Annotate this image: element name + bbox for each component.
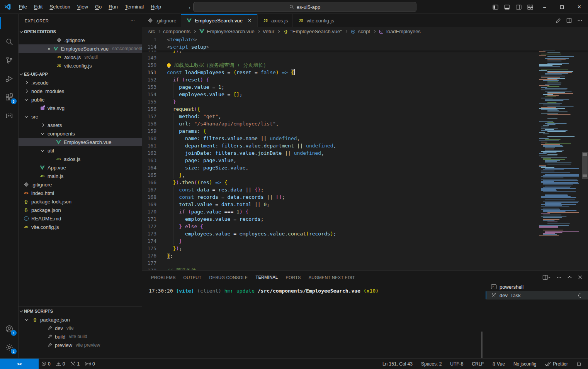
maximize-button[interactable]: [553, 0, 571, 14]
minimap[interactable]: [538, 36, 581, 270]
activity-settings[interactable]: 1: [0, 338, 19, 357]
menu-help[interactable]: Help: [147, 2, 165, 12]
tab-EmployeeSearch.vue[interactable]: EmployeeSearch.vue×: [181, 14, 258, 27]
terminal-powershell[interactable]: >_powershell: [486, 283, 588, 291]
activity-explorer[interactable]: [0, 14, 19, 32]
open-editors-header[interactable]: OPEN EDITORS: [19, 27, 142, 36]
npm-script-preview[interactable]: previewvite preview: [19, 341, 142, 349]
breadcrumb-loadEmployees[interactable]: loadEmployees: [378, 29, 421, 34]
tree-item-.vscode[interactable]: .vscode: [19, 78, 142, 87]
tree-item-vite.config.js[interactable]: JSvite.config.js: [19, 223, 142, 231]
tab-axios.js[interactable]: JSaxios.js: [258, 14, 293, 27]
panel-tab-problems[interactable]: PROBLEMS: [149, 273, 178, 282]
tree-item-axios.js[interactable]: JSaxios.js: [19, 155, 142, 163]
status-error[interactable]: 0: [39, 360, 53, 368]
tree-item-App.vue[interactable]: App.vue: [19, 163, 142, 172]
pencil-icon[interactable]: [556, 18, 561, 23]
open-editor-axios.js[interactable]: JSaxios.jssrc\util: [19, 53, 142, 61]
breadcrumb-src[interactable]: src: [148, 29, 155, 34]
panel-tab-debug-console[interactable]: DEBUG CONSOLE: [207, 273, 250, 282]
remote-indicator[interactable]: ><: [0, 359, 39, 369]
code-editor[interactable]: 1<template>114<script setup> 148 }); 149…: [142, 36, 588, 270]
status-ln-151-col-43[interactable]: Ln 151, Col 43: [380, 360, 415, 368]
tree-item-components[interactable]: components: [19, 129, 142, 138]
tree-item-.gitignore[interactable]: .gitignore: [19, 180, 142, 189]
split-terminal-icon[interactable]: [542, 275, 551, 280]
panel-tab-augment-next-edit[interactable]: AUGMENT NEXT EDIT: [306, 273, 357, 282]
open-editor-.gitignore[interactable]: .gitignore: [19, 36, 142, 44]
activity-run-debug[interactable]: [0, 69, 19, 88]
breadcrumb-Vetur[interactable]: Vetur: [263, 29, 274, 34]
menu-terminal[interactable]: Terminal: [121, 2, 147, 12]
status-vue[interactable]: {}Vue: [490, 360, 508, 368]
menu-selection[interactable]: Selection: [46, 2, 73, 12]
tree-item-package.json[interactable]: {}package.json: [19, 206, 142, 214]
command-center-search[interactable]: es-ui5-app: [193, 2, 416, 12]
menu-file[interactable]: File: [15, 2, 31, 12]
layout-panel-icon[interactable]: [501, 2, 513, 12]
status-utf-8[interactable]: UTF-8: [447, 360, 466, 368]
layout-sidebar-left-icon[interactable]: [489, 2, 501, 12]
open-editor-EmployeeSearch.vue[interactable]: ×EmployeeSearch.vuesrc\components: [19, 44, 142, 53]
panel-close-icon[interactable]: [578, 275, 583, 280]
menu-go[interactable]: Go: [92, 2, 105, 12]
minimize-button[interactable]: –: [536, 0, 553, 14]
tree-item-assets[interactable]: assets: [19, 121, 142, 129]
breadcrumb-script[interactable]: script: [350, 29, 370, 34]
scrollbar-thumb[interactable]: [582, 152, 588, 179]
tree-item-public[interactable]: public: [19, 95, 142, 104]
tab-close-icon[interactable]: ×: [246, 17, 253, 24]
tree-item-EmployeeSearch.vue[interactable]: EmployeeSearch.vue: [19, 138, 142, 146]
panel-tab-terminal[interactable]: TERMINAL: [253, 273, 280, 282]
tree-item-node_modules[interactable]: node_modules: [19, 87, 142, 95]
tab-.gitignore[interactable]: .gitignore: [142, 14, 181, 27]
npm-script-package.json[interactable]: {}package.json: [19, 315, 142, 324]
menu-run[interactable]: Run: [105, 2, 121, 12]
status-no-jsconfig[interactable]: No jsconfig: [511, 360, 539, 368]
customize-layout-icon[interactable]: [524, 2, 536, 12]
npm-script-build[interactable]: buildvite build: [19, 332, 142, 341]
status-prettier[interactable]: Prettier: [542, 360, 571, 368]
activity-accounts[interactable]: 1: [0, 320, 19, 338]
activity-search[interactable]: [0, 32, 19, 51]
activity-extensions[interactable]: 5: [0, 88, 19, 107]
back-button[interactable]: ←: [188, 3, 194, 10]
status-warning[interactable]: 0: [53, 360, 68, 368]
breadcrumb-EmployeeSearch.vue[interactable]: EmployeeSearch.vue: [199, 29, 255, 34]
panel-tab-ports[interactable]: PORTS: [283, 273, 303, 282]
panel-more-icon[interactable]: [556, 275, 562, 280]
tree-item-index.html[interactable]: <>index.html: [19, 189, 142, 197]
status-broadcast[interactable]: 0: [82, 360, 98, 368]
menu-edit[interactable]: Edit: [31, 2, 46, 12]
explorer-more-actions[interactable]: ⋯: [131, 18, 136, 23]
npm-scripts-header[interactable]: NPM SCRIPTS: [19, 307, 142, 315]
status-bell[interactable]: [574, 360, 584, 368]
npm-script-dev[interactable]: devvite: [19, 324, 142, 332]
tree-item-vite.svg[interactable]: vite.svg: [19, 104, 142, 112]
panel-maximize-icon[interactable]: [567, 275, 572, 280]
more-actions-icon[interactable]: [577, 18, 583, 23]
close-icon[interactable]: ×: [48, 46, 51, 52]
terminal-dev[interactable]: devTask: [486, 291, 588, 300]
breadcrumb-EmployeeSearch.vue[interactable]: {}"EmployeeSearch.vue": [282, 29, 342, 34]
status-crlf[interactable]: CRLF: [469, 360, 486, 368]
panel-tab-output[interactable]: OUTPUT: [181, 273, 204, 282]
status-spaces-2[interactable]: Spaces: 2: [418, 360, 444, 368]
status-tools[interactable]: 1: [68, 360, 82, 368]
tree-item-README.md[interactable]: iREADME.md: [19, 214, 142, 223]
workspace-header[interactable]: ES-UI5-APP: [19, 70, 142, 78]
terminal-output[interactable]: 17:30:20 [vite] (client) hmr update /src…: [149, 288, 379, 294]
activity-source-control[interactable]: [0, 51, 19, 69]
tree-item-src[interactable]: src: [19, 112, 142, 121]
open-editor-vite.config.js[interactable]: JSvite.config.js: [19, 61, 142, 70]
menu-view[interactable]: View: [74, 2, 92, 12]
layout-sidebar-right-icon[interactable]: [513, 2, 524, 12]
activity-augment[interactable]: [0, 107, 19, 125]
tree-item-package-lock.json[interactable]: {}package-lock.json: [19, 197, 142, 206]
split-editor-icon[interactable]: [566, 18, 572, 23]
close-button[interactable]: ×: [571, 0, 588, 14]
editor-scrollbar[interactable]: [581, 36, 588, 270]
breadcrumb-components[interactable]: components: [163, 29, 190, 34]
tree-item-util[interactable]: util: [19, 146, 142, 155]
tree-item-main.js[interactable]: JSmain.js: [19, 172, 142, 180]
